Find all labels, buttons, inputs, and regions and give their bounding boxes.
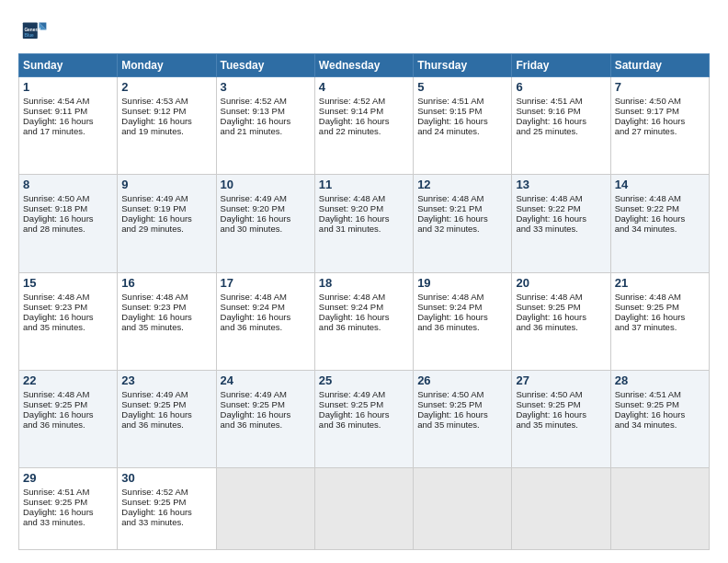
day-number: 28 <box>615 373 705 387</box>
day-info-line: Daylight: 16 hours <box>319 116 409 126</box>
day-number: 14 <box>615 178 705 191</box>
logo-icon: General Blue <box>18 17 48 46</box>
day-info-line: and 25 minutes. <box>516 126 606 136</box>
week-row-3: 15Sunrise: 4:48 AMSunset: 9:23 PMDayligh… <box>19 272 710 370</box>
day-info-line: and 34 minutes. <box>615 419 705 430</box>
day-info-line: Sunrise: 4:51 AM <box>23 487 113 497</box>
day-info-line: Daylight: 16 hours <box>516 312 606 322</box>
day-number: 26 <box>417 373 507 387</box>
day-info-line: and 35 minutes. <box>23 322 113 332</box>
day-number: 12 <box>417 178 507 191</box>
day-info-line: Sunset: 9:15 PM <box>417 106 507 116</box>
day-info-line: Daylight: 16 hours <box>417 116 507 126</box>
day-info-line: Sunrise: 4:48 AM <box>417 292 507 302</box>
day-number: 18 <box>319 276 409 290</box>
day-info-line: Daylight: 16 hours <box>615 116 705 126</box>
week-row-4: 22Sunrise: 4:48 AMSunset: 9:25 PMDayligh… <box>19 370 710 467</box>
day-number: 3 <box>221 80 311 94</box>
day-info-line: Sunrise: 4:51 AM <box>516 96 606 106</box>
day-info-line: Sunset: 9:14 PM <box>319 106 409 116</box>
calendar-cell: 3Sunrise: 4:52 AMSunset: 9:13 PMDaylight… <box>216 77 314 175</box>
calendar-cell: 2Sunrise: 4:53 AMSunset: 9:12 PMDaylight… <box>118 77 216 175</box>
day-number: 25 <box>319 373 409 387</box>
week-row-5: 29Sunrise: 4:51 AMSunset: 9:25 PMDayligh… <box>19 468 710 550</box>
day-info-line: Sunrise: 4:53 AM <box>121 96 211 106</box>
day-info-line: Daylight: 16 hours <box>516 116 606 126</box>
day-info-line: Sunset: 9:25 PM <box>516 302 606 312</box>
day-info-line: and 34 minutes. <box>615 224 705 234</box>
day-info-line: Daylight: 16 hours <box>121 507 211 517</box>
day-info-line: and 35 minutes. <box>417 419 507 430</box>
day-info-line: Sunset: 9:20 PM <box>221 203 311 213</box>
day-info-line: Daylight: 16 hours <box>23 409 113 419</box>
day-info-line: and 36 minutes. <box>319 419 409 430</box>
day-info-line: Daylight: 16 hours <box>121 213 211 224</box>
day-number: 16 <box>121 276 211 290</box>
day-number: 13 <box>516 178 606 191</box>
day-info-line: and 29 minutes. <box>121 224 211 234</box>
day-number: 9 <box>121 178 211 191</box>
calendar-cell: 6Sunrise: 4:51 AMSunset: 9:16 PMDaylight… <box>512 77 610 175</box>
day-number: 17 <box>221 276 311 290</box>
day-info-line: Sunset: 9:21 PM <box>417 203 507 213</box>
calendar-cell: 18Sunrise: 4:48 AMSunset: 9:24 PMDayligh… <box>314 272 413 370</box>
svg-text:Blue: Blue <box>24 33 34 38</box>
day-info-line: Sunrise: 4:50 AM <box>417 389 507 399</box>
calendar-table: SundayMondayTuesdayWednesdayThursdayFrid… <box>18 53 710 550</box>
day-info-line: Sunrise: 4:49 AM <box>221 389 311 399</box>
day-number: 15 <box>23 276 113 290</box>
day-info-line: and 31 minutes. <box>319 224 409 234</box>
day-info-line: and 28 minutes. <box>23 224 113 234</box>
day-info-line: Sunset: 9:23 PM <box>23 302 113 312</box>
day-info-line: Sunset: 9:23 PM <box>121 302 211 312</box>
day-info-line: Sunrise: 4:48 AM <box>615 292 705 302</box>
day-info-line: Sunset: 9:17 PM <box>615 106 705 116</box>
calendar-cell: 11Sunrise: 4:48 AMSunset: 9:20 PMDayligh… <box>314 175 413 272</box>
day-info-line: and 21 minutes. <box>221 126 311 136</box>
day-info-line: and 33 minutes. <box>516 224 606 234</box>
day-info-line: Sunset: 9:24 PM <box>417 302 507 312</box>
day-info-line: Sunrise: 4:49 AM <box>221 193 311 203</box>
day-info-line: Daylight: 16 hours <box>23 213 113 224</box>
week-row-1: 1Sunrise: 4:54 AMSunset: 9:11 PMDaylight… <box>19 77 710 175</box>
day-info-line: Sunrise: 4:50 AM <box>516 389 606 399</box>
day-info-line: Sunrise: 4:49 AM <box>121 193 211 203</box>
day-info-line: and 36 minutes. <box>23 419 113 430</box>
day-info-line: Sunset: 9:20 PM <box>319 203 409 213</box>
day-number: 30 <box>121 471 211 485</box>
day-info-line: Daylight: 16 hours <box>516 409 606 419</box>
day-info-line: Sunrise: 4:48 AM <box>319 292 409 302</box>
day-info-line: and 17 minutes. <box>23 126 113 136</box>
day-info-line: and 36 minutes. <box>417 322 507 332</box>
day-number: 6 <box>516 80 606 94</box>
page: General Blue SundayMondayTuesdayWednesda… <box>0 0 728 563</box>
calendar-cell: 21Sunrise: 4:48 AMSunset: 9:25 PMDayligh… <box>610 272 709 370</box>
day-info-line: Sunrise: 4:48 AM <box>417 193 507 203</box>
day-number: 19 <box>417 276 507 290</box>
day-info-line: Daylight: 16 hours <box>23 312 113 322</box>
calendar-cell: 5Sunrise: 4:51 AMSunset: 9:15 PMDaylight… <box>414 77 512 175</box>
calendar-cell: 20Sunrise: 4:48 AMSunset: 9:25 PMDayligh… <box>512 272 610 370</box>
calendar-cell: 7Sunrise: 4:50 AMSunset: 9:17 PMDaylight… <box>610 77 709 175</box>
day-number: 1 <box>23 80 113 94</box>
day-info-line: Daylight: 16 hours <box>417 213 507 224</box>
calendar-cell: 15Sunrise: 4:48 AMSunset: 9:23 PMDayligh… <box>19 272 118 370</box>
day-info-line: and 33 minutes. <box>23 517 113 527</box>
day-info-line: Sunset: 9:11 PM <box>23 106 113 116</box>
calendar-cell: 4Sunrise: 4:52 AMSunset: 9:14 PMDaylight… <box>314 77 413 175</box>
day-info-line: Sunset: 9:12 PM <box>121 106 211 116</box>
day-info-line: and 19 minutes. <box>121 126 211 136</box>
day-info-line: Sunrise: 4:48 AM <box>23 292 113 302</box>
calendar-cell: 1Sunrise: 4:54 AMSunset: 9:11 PMDaylight… <box>19 77 118 175</box>
day-header-saturday: Saturday <box>610 54 709 77</box>
day-number: 7 <box>615 80 705 94</box>
day-info-line: Sunset: 9:25 PM <box>121 497 211 507</box>
calendar-cell <box>610 468 709 550</box>
day-info-line: and 37 minutes. <box>615 322 705 332</box>
day-info-line: and 22 minutes. <box>319 126 409 136</box>
day-info-line: Daylight: 16 hours <box>319 312 409 322</box>
day-info-line: Sunrise: 4:48 AM <box>221 292 311 302</box>
calendar-cell: 16Sunrise: 4:48 AMSunset: 9:23 PMDayligh… <box>118 272 216 370</box>
day-info-line: Sunrise: 4:49 AM <box>319 389 409 399</box>
day-info-line: Sunrise: 4:51 AM <box>615 389 705 399</box>
